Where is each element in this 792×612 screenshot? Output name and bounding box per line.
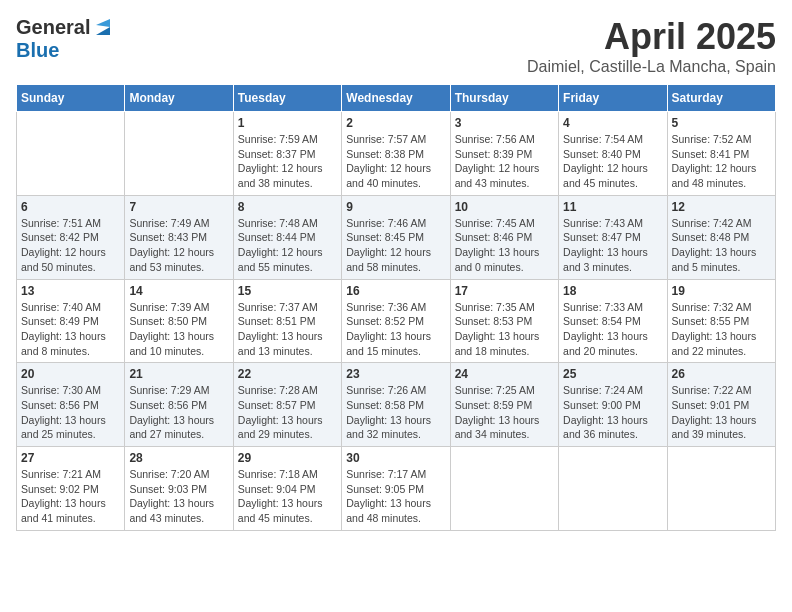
day-number: 5 <box>672 116 771 130</box>
weekday-header-wednesday: Wednesday <box>342 85 450 112</box>
calendar-cell <box>125 112 233 196</box>
calendar-cell: 22Sunrise: 7:28 AMSunset: 8:57 PMDayligh… <box>233 363 341 447</box>
day-info: Sunrise: 7:49 AMSunset: 8:43 PMDaylight:… <box>129 216 228 275</box>
calendar-cell: 10Sunrise: 7:45 AMSunset: 8:46 PMDayligh… <box>450 195 558 279</box>
calendar-cell: 18Sunrise: 7:33 AMSunset: 8:54 PMDayligh… <box>559 279 667 363</box>
calendar-table: SundayMondayTuesdayWednesdayThursdayFrid… <box>16 84 776 531</box>
svg-marker-1 <box>96 19 110 27</box>
location-title: Daimiel, Castille-La Mancha, Spain <box>527 58 776 76</box>
day-info: Sunrise: 7:43 AMSunset: 8:47 PMDaylight:… <box>563 216 662 275</box>
calendar-cell: 14Sunrise: 7:39 AMSunset: 8:50 PMDayligh… <box>125 279 233 363</box>
calendar-cell: 4Sunrise: 7:54 AMSunset: 8:40 PMDaylight… <box>559 112 667 196</box>
day-number: 27 <box>21 451 120 465</box>
svg-marker-0 <box>96 27 110 35</box>
day-number: 25 <box>563 367 662 381</box>
day-number: 14 <box>129 284 228 298</box>
day-info: Sunrise: 7:35 AMSunset: 8:53 PMDaylight:… <box>455 300 554 359</box>
calendar-cell <box>17 112 125 196</box>
day-number: 4 <box>563 116 662 130</box>
day-info: Sunrise: 7:46 AMSunset: 8:45 PMDaylight:… <box>346 216 445 275</box>
day-number: 13 <box>21 284 120 298</box>
weekday-header-row: SundayMondayTuesdayWednesdayThursdayFrid… <box>17 85 776 112</box>
day-info: Sunrise: 7:37 AMSunset: 8:51 PMDaylight:… <box>238 300 337 359</box>
day-info: Sunrise: 7:17 AMSunset: 9:05 PMDaylight:… <box>346 467 445 526</box>
day-info: Sunrise: 7:36 AMSunset: 8:52 PMDaylight:… <box>346 300 445 359</box>
weekday-header-saturday: Saturday <box>667 85 775 112</box>
day-info: Sunrise: 7:48 AMSunset: 8:44 PMDaylight:… <box>238 216 337 275</box>
day-info: Sunrise: 7:54 AMSunset: 8:40 PMDaylight:… <box>563 132 662 191</box>
calendar-cell: 2Sunrise: 7:57 AMSunset: 8:38 PMDaylight… <box>342 112 450 196</box>
day-number: 29 <box>238 451 337 465</box>
day-info: Sunrise: 7:20 AMSunset: 9:03 PMDaylight:… <box>129 467 228 526</box>
calendar-cell: 11Sunrise: 7:43 AMSunset: 8:47 PMDayligh… <box>559 195 667 279</box>
weekday-header-monday: Monday <box>125 85 233 112</box>
calendar-cell: 13Sunrise: 7:40 AMSunset: 8:49 PMDayligh… <box>17 279 125 363</box>
day-number: 15 <box>238 284 337 298</box>
day-info: Sunrise: 7:21 AMSunset: 9:02 PMDaylight:… <box>21 467 120 526</box>
calendar-cell <box>559 447 667 531</box>
calendar-cell: 6Sunrise: 7:51 AMSunset: 8:42 PMDaylight… <box>17 195 125 279</box>
weekday-header-sunday: Sunday <box>17 85 125 112</box>
day-info: Sunrise: 7:40 AMSunset: 8:49 PMDaylight:… <box>21 300 120 359</box>
day-number: 8 <box>238 200 337 214</box>
calendar-cell: 1Sunrise: 7:59 AMSunset: 8:37 PMDaylight… <box>233 112 341 196</box>
logo-icon <box>92 17 114 39</box>
day-info: Sunrise: 7:30 AMSunset: 8:56 PMDaylight:… <box>21 383 120 442</box>
week-row-3: 13Sunrise: 7:40 AMSunset: 8:49 PMDayligh… <box>17 279 776 363</box>
calendar-cell: 29Sunrise: 7:18 AMSunset: 9:04 PMDayligh… <box>233 447 341 531</box>
header: General Blue April 2025 Daimiel, Castill… <box>16 16 776 76</box>
calendar-cell: 3Sunrise: 7:56 AMSunset: 8:39 PMDaylight… <box>450 112 558 196</box>
day-info: Sunrise: 7:59 AMSunset: 8:37 PMDaylight:… <box>238 132 337 191</box>
day-info: Sunrise: 7:29 AMSunset: 8:56 PMDaylight:… <box>129 383 228 442</box>
week-row-1: 1Sunrise: 7:59 AMSunset: 8:37 PMDaylight… <box>17 112 776 196</box>
day-info: Sunrise: 7:42 AMSunset: 8:48 PMDaylight:… <box>672 216 771 275</box>
calendar-cell: 20Sunrise: 7:30 AMSunset: 8:56 PMDayligh… <box>17 363 125 447</box>
day-number: 12 <box>672 200 771 214</box>
weekday-header-thursday: Thursday <box>450 85 558 112</box>
calendar-cell: 25Sunrise: 7:24 AMSunset: 9:00 PMDayligh… <box>559 363 667 447</box>
calendar-cell: 16Sunrise: 7:36 AMSunset: 8:52 PMDayligh… <box>342 279 450 363</box>
calendar-cell: 15Sunrise: 7:37 AMSunset: 8:51 PMDayligh… <box>233 279 341 363</box>
day-info: Sunrise: 7:52 AMSunset: 8:41 PMDaylight:… <box>672 132 771 191</box>
day-number: 6 <box>21 200 120 214</box>
calendar-cell: 7Sunrise: 7:49 AMSunset: 8:43 PMDaylight… <box>125 195 233 279</box>
day-number: 2 <box>346 116 445 130</box>
day-number: 20 <box>21 367 120 381</box>
day-info: Sunrise: 7:57 AMSunset: 8:38 PMDaylight:… <box>346 132 445 191</box>
day-info: Sunrise: 7:56 AMSunset: 8:39 PMDaylight:… <box>455 132 554 191</box>
day-info: Sunrise: 7:25 AMSunset: 8:59 PMDaylight:… <box>455 383 554 442</box>
calendar-cell: 26Sunrise: 7:22 AMSunset: 9:01 PMDayligh… <box>667 363 775 447</box>
day-info: Sunrise: 7:45 AMSunset: 8:46 PMDaylight:… <box>455 216 554 275</box>
day-number: 21 <box>129 367 228 381</box>
calendar-cell <box>450 447 558 531</box>
calendar-cell <box>667 447 775 531</box>
day-info: Sunrise: 7:32 AMSunset: 8:55 PMDaylight:… <box>672 300 771 359</box>
day-info: Sunrise: 7:39 AMSunset: 8:50 PMDaylight:… <box>129 300 228 359</box>
day-number: 18 <box>563 284 662 298</box>
week-row-5: 27Sunrise: 7:21 AMSunset: 9:02 PMDayligh… <box>17 447 776 531</box>
weekday-header-tuesday: Tuesday <box>233 85 341 112</box>
logo-blue: Blue <box>16 39 59 62</box>
calendar-cell: 30Sunrise: 7:17 AMSunset: 9:05 PMDayligh… <box>342 447 450 531</box>
day-number: 26 <box>672 367 771 381</box>
logo-general: General <box>16 16 90 39</box>
calendar-cell: 17Sunrise: 7:35 AMSunset: 8:53 PMDayligh… <box>450 279 558 363</box>
calendar-cell: 9Sunrise: 7:46 AMSunset: 8:45 PMDaylight… <box>342 195 450 279</box>
logo: General Blue <box>16 16 114 62</box>
calendar-cell: 8Sunrise: 7:48 AMSunset: 8:44 PMDaylight… <box>233 195 341 279</box>
day-info: Sunrise: 7:33 AMSunset: 8:54 PMDaylight:… <box>563 300 662 359</box>
day-number: 24 <box>455 367 554 381</box>
day-info: Sunrise: 7:24 AMSunset: 9:00 PMDaylight:… <box>563 383 662 442</box>
title-area: April 2025 Daimiel, Castille-La Mancha, … <box>527 16 776 76</box>
weekday-header-friday: Friday <box>559 85 667 112</box>
day-number: 19 <box>672 284 771 298</box>
day-number: 10 <box>455 200 554 214</box>
calendar-cell: 19Sunrise: 7:32 AMSunset: 8:55 PMDayligh… <box>667 279 775 363</box>
day-number: 9 <box>346 200 445 214</box>
day-number: 11 <box>563 200 662 214</box>
calendar-cell: 23Sunrise: 7:26 AMSunset: 8:58 PMDayligh… <box>342 363 450 447</box>
day-info: Sunrise: 7:28 AMSunset: 8:57 PMDaylight:… <box>238 383 337 442</box>
day-number: 23 <box>346 367 445 381</box>
day-info: Sunrise: 7:22 AMSunset: 9:01 PMDaylight:… <box>672 383 771 442</box>
calendar-cell: 12Sunrise: 7:42 AMSunset: 8:48 PMDayligh… <box>667 195 775 279</box>
